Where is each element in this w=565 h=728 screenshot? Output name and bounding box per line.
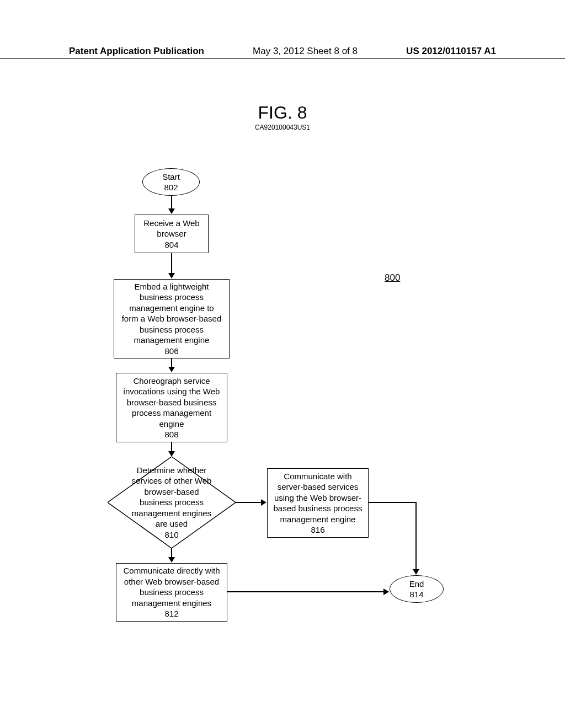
figure-title: FIG. 8 (0, 103, 565, 123)
arrowhead-embed-choreo (168, 367, 175, 372)
arrowhead-direct-end (383, 588, 389, 595)
end-label: End (409, 579, 424, 590)
start-label: Start (162, 172, 180, 183)
arrowhead-determine-direct (168, 557, 175, 563)
determine-text: Determine whether services of other Web … (108, 457, 236, 548)
end-node: End 814 (390, 575, 444, 603)
arrow-direct-end (227, 591, 385, 592)
page-header: Patent Application Publication May 3, 20… (0, 46, 565, 57)
arrowhead-server-end (413, 569, 419, 575)
start-ref: 802 (164, 182, 178, 193)
communicate-direct-node: Communicate directly with other Web brow… (116, 563, 227, 622)
arrow-receive-embed (171, 253, 172, 274)
choreograph-node: Choreograph service invocations using th… (116, 373, 227, 442)
arrowhead-start-receive (168, 208, 175, 214)
figure-subtitle: CA920100043US1 (0, 124, 565, 131)
end-ref: 814 (409, 589, 423, 600)
header-divider (0, 58, 565, 59)
start-node: Start 802 (142, 168, 200, 196)
embed-node: Embed a lightweight business process man… (114, 279, 230, 358)
arrowhead-choreo-determine (168, 451, 175, 457)
header-left: Patent Application Publication (69, 46, 204, 57)
arrow-server-end-v (415, 502, 417, 570)
arrowhead-receive-embed (168, 273, 175, 279)
header-center: May 3, 2012 Sheet 8 of 8 (253, 46, 358, 57)
arrowhead-determine-server (261, 499, 266, 506)
diagram-ref-label: 800 (385, 272, 400, 283)
receive-node: Receive a Web browser 804 (135, 215, 209, 253)
header-right: US 2012/0110157 A1 (406, 46, 496, 57)
arrow-start-receive (171, 196, 172, 210)
communicate-server-node: Communicate with server-based services u… (267, 468, 369, 538)
arrow-server-end-h (369, 502, 417, 503)
determine-node: Determine whether services of other Web … (108, 457, 236, 548)
arrow-determine-server (236, 502, 262, 503)
